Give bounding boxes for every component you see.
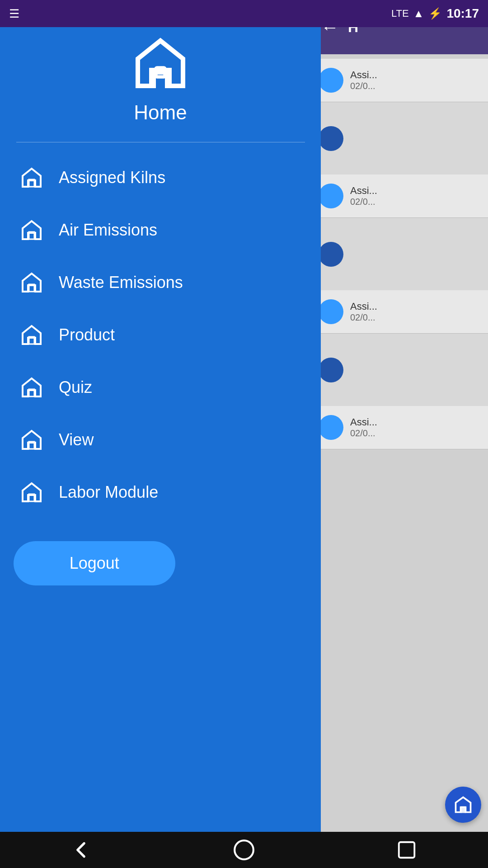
item-date: 02/0... — [350, 428, 481, 439]
item-circle — [319, 184, 343, 208]
house-nav-icon — [20, 167, 43, 189]
nav-item-air-emissions[interactable]: Air Emissions — [14, 204, 307, 256]
home-large-icon — [131, 36, 190, 90]
assigned-kilns-label: Assigned Kilns — [59, 168, 165, 187]
product-label: Product — [59, 326, 115, 344]
air-emissions-label: Air Emissions — [59, 221, 157, 240]
item-text: Assi... 02/0... — [350, 185, 481, 207]
home-icon-wrapper — [131, 36, 190, 92]
view-label: View — [59, 430, 94, 449]
logout-container: Logout — [0, 523, 321, 604]
view-icon — [18, 426, 45, 453]
back-nav-button[interactable] — [59, 836, 104, 863]
item-label: Assi... — [350, 301, 481, 312]
svg-point-9 — [235, 840, 253, 859]
house-nav-icon — [20, 429, 43, 451]
status-time: 10:17 — [446, 6, 479, 21]
item-circle-dark — [319, 126, 343, 151]
right-panel-spacer2 — [312, 218, 488, 290]
product-icon — [18, 321, 45, 349]
status-bar-right: LTE ▲ ⚡ 10:17 — [391, 6, 479, 21]
battery-icon: ⚡ — [428, 7, 442, 20]
nav-item-labor-module[interactable]: Labor Module — [14, 466, 307, 519]
item-circle — [319, 68, 343, 93]
circle-nav-button[interactable] — [221, 836, 267, 863]
item-circle — [319, 415, 343, 440]
lte-icon: LTE — [391, 8, 409, 19]
item-label: Assi... — [350, 185, 481, 197]
item-date: 02/0... — [350, 81, 481, 91]
quiz-label: Quiz — [59, 378, 92, 397]
nav-item-product[interactable]: Product — [14, 309, 307, 361]
right-panel-item[interactable]: Assi... 02/0... — [312, 406, 488, 449]
house-nav-icon — [20, 377, 43, 398]
left-drawer: Home Assigned Kilns Air Emissions — [0, 0, 321, 868]
svg-rect-0 — [461, 807, 465, 812]
home-title: Home — [134, 101, 187, 124]
right-panel-spacer3 — [312, 334, 488, 406]
notification-icon: ☰ — [9, 7, 19, 21]
waste-emissions-label: Waste Emissions — [59, 273, 183, 292]
signal-icon: ▲ — [413, 7, 424, 20]
item-date: 02/0... — [350, 197, 481, 207]
home-fab-icon — [453, 795, 473, 815]
item-label: Assi... — [350, 416, 481, 428]
square-nav-button[interactable] — [384, 836, 429, 863]
house-nav-icon — [20, 219, 43, 241]
right-panel-spacer1 — [312, 102, 488, 175]
bottom-nav-bar — [0, 832, 488, 868]
status-bar-left: ☰ — [9, 7, 19, 21]
item-text: Assi... 02/0... — [350, 69, 481, 91]
labor-module-icon — [18, 479, 45, 506]
nav-item-assigned-kilns[interactable]: Assigned Kilns — [14, 151, 307, 204]
item-circle-dark — [319, 358, 343, 382]
waste-emissions-icon — [18, 269, 45, 296]
right-panel-item[interactable]: Assi... 02/0... — [312, 290, 488, 334]
house-nav-icon — [20, 324, 43, 346]
nav-item-view[interactable]: View — [14, 414, 307, 466]
home-fab-button[interactable] — [445, 787, 481, 823]
air-emissions-icon — [18, 217, 45, 244]
item-label: Assi... — [350, 69, 481, 81]
square-nav-icon — [396, 840, 417, 860]
divider — [16, 142, 305, 142]
circle-nav-icon — [233, 839, 255, 861]
item-circle — [319, 299, 343, 324]
quiz-icon — [18, 374, 45, 401]
item-date: 02/0... — [350, 312, 481, 323]
right-panel-item[interactable]: Assi... 02/0... — [312, 175, 488, 218]
nav-list: Assigned Kilns Air Emissions Waste Emiss… — [0, 151, 321, 519]
item-text: Assi... 02/0... — [350, 301, 481, 323]
right-panel-item[interactable]: Assi... 02/0... — [312, 59, 488, 102]
house-nav-icon — [20, 481, 43, 503]
item-circle-dark — [319, 242, 343, 267]
svg-rect-10 — [399, 842, 415, 858]
labor-module-label: Labor Module — [59, 483, 158, 502]
logout-button[interactable]: Logout — [14, 541, 175, 585]
right-panel-items: Assi... 02/0... Assi... 02/0... Assi... … — [312, 54, 488, 454]
nav-item-waste-emissions[interactable]: Waste Emissions — [14, 256, 307, 309]
nav-item-quiz[interactable]: Quiz — [14, 361, 307, 414]
assigned-kilns-icon — [18, 164, 45, 191]
item-text: Assi... 02/0... — [350, 416, 481, 439]
status-bar: ☰ LTE ▲ ⚡ 10:17 — [0, 0, 488, 27]
back-nav-icon — [70, 839, 93, 861]
right-panel: ← H Assi... 02/0... Assi... 02/0... — [312, 0, 488, 868]
house-nav-icon — [20, 272, 43, 293]
